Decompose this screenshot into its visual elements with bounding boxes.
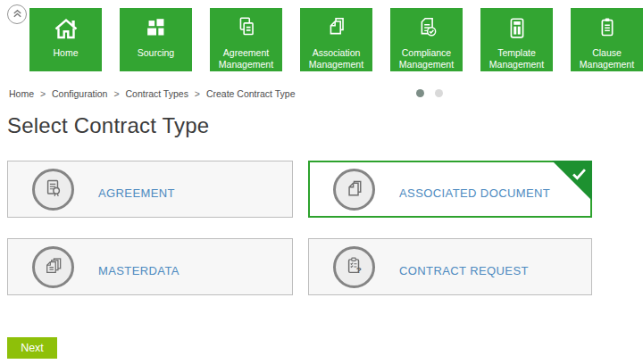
contract-type-cards: AGREEMENT ASSOCIATED DOCUMENT [7, 161, 592, 295]
tile-label: Association Management [304, 47, 369, 70]
tile-label: Home [33, 47, 98, 59]
breadcrumb-home[interactable]: Home [9, 88, 34, 99]
document-stack-icon [32, 246, 74, 288]
association-documents-icon [300, 12, 372, 45]
card-masterdata[interactable]: MASTERDATA [7, 238, 293, 295]
clipboard-question-icon: ? [333, 246, 375, 288]
tile-compliance-management[interactable]: Compliance Management [390, 8, 463, 71]
collapse-menu-button[interactable] [7, 4, 27, 24]
breadcrumb-configuration[interactable]: Configuration [52, 88, 107, 99]
carousel-dot-2[interactable] [435, 89, 443, 97]
breadcrumb: Home > Configuration > Contract Types > … [9, 88, 295, 99]
card-label: AGREEMENT [98, 186, 175, 200]
tile-clause-management[interactable]: Clause Management [571, 8, 643, 71]
tile-agreement-management[interactable]: Agreement Management [210, 8, 282, 71]
sourcing-grid-icon [120, 12, 192, 45]
breadcrumb-separator: > [40, 88, 46, 99]
tile-label: Sourcing [123, 47, 188, 59]
compliance-document-check-icon [390, 12, 463, 45]
tile-association-management[interactable]: Association Management [300, 8, 372, 71]
template-layout-icon [480, 12, 553, 45]
next-button[interactable]: Next [7, 337, 57, 359]
card-agreement[interactable]: AGREEMENT [7, 161, 293, 218]
clause-clipboard-icon [571, 12, 643, 45]
tile-label: Clause Management [574, 47, 639, 70]
carousel-dot-1[interactable] [416, 89, 424, 97]
card-associated-document[interactable]: ASSOCIATED DOCUMENT [308, 161, 592, 218]
card-label: CONTRACT REQUEST [399, 264, 529, 277]
checkmark-icon [572, 168, 586, 184]
home-icon [29, 12, 102, 45]
certificate-document-icon [32, 169, 74, 211]
breadcrumb-create-contract-type: Create Contract Type [206, 88, 296, 99]
tile-label: Compliance Management [394, 47, 459, 70]
svg-text:?: ? [356, 265, 362, 275]
breadcrumb-separator: > [113, 88, 119, 99]
card-label: ASSOCIATED DOCUMENT [399, 186, 550, 200]
carousel-dots [416, 89, 443, 97]
tile-label: Template Management [484, 47, 549, 70]
page-title: Select Contract Type [7, 113, 209, 138]
card-label: MASTERDATA [98, 264, 180, 277]
tile-home[interactable]: Home [29, 8, 102, 71]
tile-label: Agreement Management [213, 47, 279, 70]
module-tile-nav: Home Sourcing Agreement Management [29, 8, 643, 71]
tile-sourcing[interactable]: Sourcing [120, 8, 192, 71]
card-contract-request[interactable]: ? CONTRACT REQUEST [308, 238, 592, 295]
tile-template-management[interactable]: Template Management [480, 8, 553, 71]
agreement-documents-icon [210, 12, 282, 45]
breadcrumb-contract-types[interactable]: Contract Types [125, 88, 188, 99]
breadcrumb-separator: > [195, 88, 200, 99]
double-chevron-up-icon [12, 6, 23, 22]
stacked-documents-icon [333, 169, 375, 211]
